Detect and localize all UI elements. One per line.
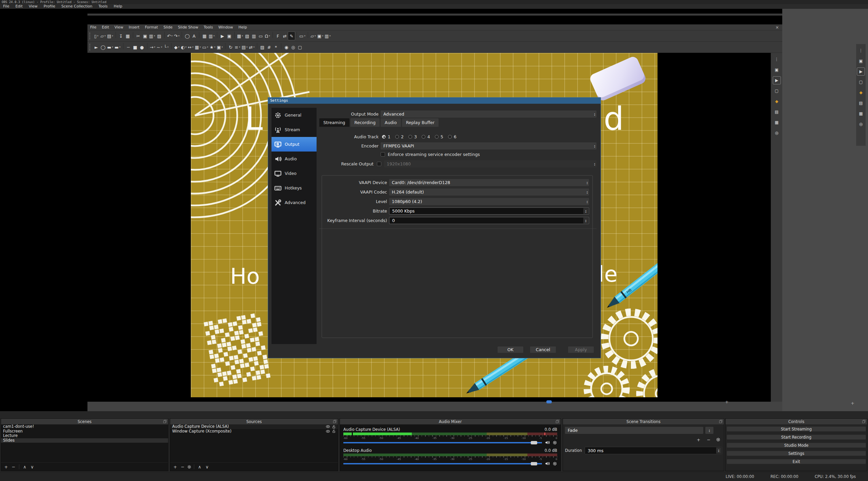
symbol-shapes-icon[interactable]: ◐ xyxy=(180,43,187,51)
copy-icon[interactable]: ▣ xyxy=(142,32,148,40)
add-source-icon[interactable]: + xyxy=(172,464,178,470)
duplicate-slide-icon[interactable]: ▣ xyxy=(317,32,324,40)
obs-menu-item[interactable]: Help xyxy=(111,4,125,9)
dock-float-icon[interactable] xyxy=(333,420,337,423)
obs-menu-item[interactable]: View xyxy=(26,4,41,9)
insert-line-icon[interactable]: ─ xyxy=(125,43,132,51)
sidebar-settings-icon[interactable]: ⋮ xyxy=(857,47,865,54)
animation-icon[interactable]: ▢ xyxy=(773,87,781,95)
unlock-icon[interactable] xyxy=(332,425,336,429)
bitrate-spinbox[interactable]: 5000 Kbps ▴▾ xyxy=(389,207,589,215)
find-replace-icon[interactable]: ◯ xyxy=(184,32,190,40)
arrange-icon[interactable]: ▤ xyxy=(241,43,248,51)
insert-fontwork-icon[interactable]: F xyxy=(275,32,281,40)
eye-icon[interactable] xyxy=(326,424,330,429)
insert-image-icon[interactable]: ▧ xyxy=(244,32,250,40)
ellipse-icon[interactable]: ● xyxy=(139,43,145,51)
cancel-button[interactable]: Cancel xyxy=(530,346,556,353)
transition-properties-gear-icon[interactable] xyxy=(716,437,721,442)
insert-header-footer-icon[interactable]: ▭ xyxy=(299,32,306,40)
dock-float-icon[interactable] xyxy=(719,420,723,423)
save-icon[interactable]: ▤ xyxy=(106,32,114,40)
fill-color-icon[interactable]: ▬ xyxy=(106,43,114,51)
settings-button[interactable]: Settings xyxy=(727,451,866,456)
unlock-icon[interactable] xyxy=(332,429,336,433)
transition-select[interactable]: Fade xyxy=(565,427,703,434)
show-draw-functions-icon[interactable]: ✎ xyxy=(288,32,295,40)
undo-icon[interactable]: ↶ xyxy=(166,32,173,40)
dock-float-icon[interactable] xyxy=(862,420,866,423)
channel-gear-icon[interactable] xyxy=(552,440,557,445)
export-pdf-icon[interactable]: ↧ xyxy=(118,32,124,40)
gallery-icon[interactable]: ▦ xyxy=(857,110,865,117)
source-properties-gear-icon[interactable] xyxy=(187,465,191,469)
glue-points-icon[interactable]: ◎ xyxy=(290,43,297,51)
connector-icon[interactable]: └ xyxy=(163,43,169,51)
crop-icon[interactable]: # xyxy=(266,43,272,51)
basic-shapes-icon[interactable]: ◆ xyxy=(173,43,180,51)
spin-stepper-icon[interactable]: ▴▾ xyxy=(583,218,588,223)
properties-icon[interactable]: ▣ xyxy=(857,57,865,65)
volume-slider-handle[interactable] xyxy=(531,441,537,444)
start-slideshow-icon[interactable]: ▶ xyxy=(219,32,226,40)
dock-float-icon[interactable] xyxy=(163,420,167,423)
line-color-icon[interactable]: ▬ xyxy=(114,43,121,51)
distribute-icon[interactable]: ⇄ xyxy=(248,43,255,51)
controls-header[interactable]: Controls xyxy=(726,419,867,424)
add-scene-icon[interactable]: + xyxy=(3,464,9,470)
exit-button[interactable]: Exit xyxy=(727,459,866,464)
edit-points-icon[interactable]: ◉ xyxy=(283,43,290,51)
settings-nav-video[interactable]: Video xyxy=(271,166,317,181)
impress-menu-item[interactable]: View xyxy=(112,25,126,29)
open-icon[interactable]: ▱ xyxy=(100,32,106,40)
redo-icon[interactable]: ↷ xyxy=(173,32,180,40)
volume-slider[interactable] xyxy=(343,461,542,466)
rescale-output-checkbox[interactable] xyxy=(377,162,381,166)
settings-nav-general[interactable]: General xyxy=(271,108,317,122)
remove-scene-icon[interactable]: − xyxy=(11,464,17,470)
gallery-icon[interactable]: ▦ xyxy=(773,119,781,126)
flowchart-icon[interactable]: ▦ xyxy=(194,43,202,51)
start-recording-button[interactable]: Start Recording xyxy=(727,435,866,440)
mute-speaker-icon[interactable] xyxy=(545,440,550,445)
ok-button[interactable]: OK xyxy=(497,346,524,353)
audio-track-radio[interactable]: 1 xyxy=(382,134,390,139)
audio-track-radio[interactable]: 2 xyxy=(395,134,404,139)
stars-banners-icon[interactable]: ★ xyxy=(209,43,216,51)
enforce-encoder-checkbox[interactable] xyxy=(381,152,385,157)
shapes-icon[interactable]: ◆ xyxy=(857,89,865,96)
spelling-icon[interactable]: A xyxy=(190,32,197,40)
scene-transitions-header[interactable]: Scene Transitions xyxy=(563,419,724,424)
slideshow-settings-icon[interactable]: ▣ xyxy=(226,32,233,40)
zoom-pan-icon[interactable]: ◯ xyxy=(100,43,106,51)
spin-stepper-icon[interactable]: ▴▾ xyxy=(583,208,588,214)
line-arrow-icon[interactable]: → xyxy=(149,43,156,51)
tab-recording[interactable]: Recording xyxy=(350,118,380,127)
scene-list-item[interactable]: cam1-dont-use! xyxy=(1,424,168,429)
source-list-item[interactable]: Audio Capture Device (ALSA) xyxy=(170,424,338,429)
obs-menu-item[interactable]: Tools xyxy=(96,4,111,9)
block-arrows-icon[interactable]: ↔ xyxy=(187,43,194,51)
tab-audio[interactable]: Audio xyxy=(381,118,401,127)
move-source-down-icon[interactable]: ∨ xyxy=(204,464,210,470)
sidebar-settings-icon[interactable]: ⋮ xyxy=(773,56,781,63)
slide-transition-icon[interactable]: ▶ xyxy=(773,77,781,84)
align-icon[interactable]: ≡ xyxy=(234,43,241,51)
new-slide-icon[interactable]: ▱ xyxy=(310,32,317,40)
scene-list-item[interactable]: Fullscreen xyxy=(1,429,168,434)
eye-icon[interactable] xyxy=(326,429,330,434)
scene-list-item[interactable]: Lecture xyxy=(1,434,168,438)
toolbar-drag-handle[interactable] xyxy=(89,44,90,51)
source-list-item[interactable]: Window Capture (Xcomposite) xyxy=(170,429,338,434)
toolbar-drag-handle[interactable] xyxy=(89,33,90,39)
navigator-icon[interactable]: ◎ xyxy=(857,120,865,128)
select-icon[interactable]: ► xyxy=(93,43,100,51)
studio-mode-button[interactable]: Studio Mode xyxy=(727,443,866,448)
display-grid-icon[interactable]: ▦ xyxy=(201,32,208,40)
tab-replay-buffer[interactable]: Replay Buffer xyxy=(402,118,439,127)
audio-track-radio[interactable]: 3 xyxy=(408,134,417,139)
dock-float-icon[interactable] xyxy=(556,420,559,423)
shapes-icon[interactable]: ◆ xyxy=(773,98,781,105)
keyframe-interval-spinbox[interactable]: 0 ▴▾ xyxy=(389,217,589,224)
audio-track-radio[interactable]: 4 xyxy=(422,134,430,139)
